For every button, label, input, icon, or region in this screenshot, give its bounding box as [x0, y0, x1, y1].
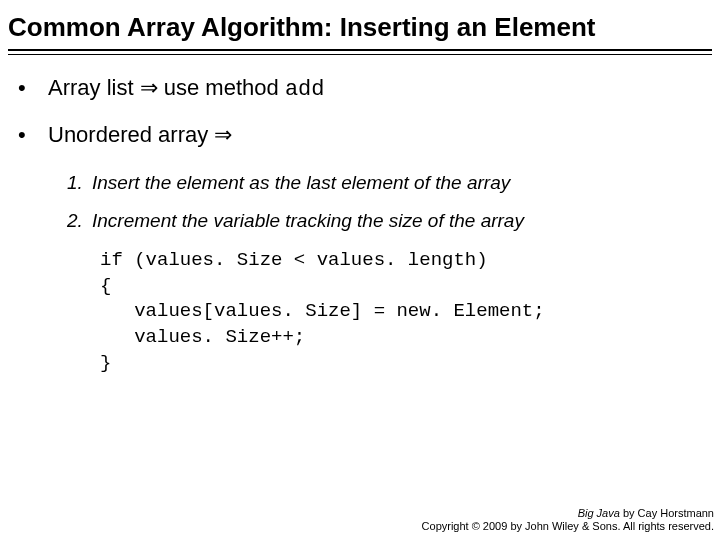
slide-title: Common Array Algorithm: Inserting an Ele…	[0, 0, 720, 49]
code-block: if (values. Size < values. length) { val…	[100, 248, 720, 376]
footer-author: by Cay Horstmann	[620, 507, 714, 519]
bullet-item-2: Unordered array ⇒	[0, 112, 720, 158]
footer-book-title: Big Java	[578, 507, 620, 519]
bullet-1-text: Array list ⇒ use method	[48, 75, 285, 100]
slide: Common Array Algorithm: Inserting an Ele…	[0, 0, 720, 540]
footer-line-2: Copyright © 2009 by John Wiley & Sons. A…	[422, 520, 714, 534]
numbered-steps: Insert the element as the last element o…	[0, 164, 720, 240]
bullet-item-1: Array list ⇒ use method add	[0, 65, 720, 112]
step-2: Increment the variable tracking the size…	[88, 202, 720, 240]
content-area: Array list ⇒ use method add Unordered ar…	[0, 55, 720, 376]
bullet-2-text: Unordered array ⇒	[48, 122, 232, 147]
bullet-1-code: add	[285, 77, 325, 102]
step-1: Insert the element as the last element o…	[88, 164, 720, 202]
bullet-list: Array list ⇒ use method add Unordered ar…	[0, 65, 720, 158]
footer: Big Java by Cay Horstmann Copyright © 20…	[422, 507, 714, 535]
footer-line-1: Big Java by Cay Horstmann	[422, 507, 714, 521]
